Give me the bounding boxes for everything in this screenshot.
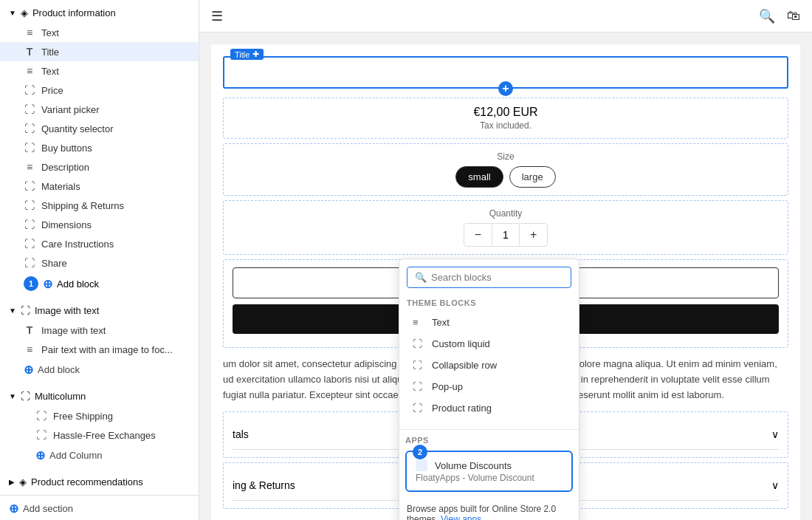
sidebar-item-quantity-selector[interactable]: ⛶ Quantity selector bbox=[0, 119, 199, 138]
tax-text: Tax included. bbox=[233, 120, 779, 131]
chevron-down-icon: ▼ bbox=[9, 307, 16, 315]
section-header-image-with-text[interactable]: ▼ ⛶ Image with text bbox=[0, 301, 199, 321]
quantity-selector-block[interactable]: Quantity − 1 + bbox=[223, 200, 788, 255]
section-product-recommendations: ▶ ◈ Product recommendations bbox=[0, 469, 199, 495]
corners-icon: ⛶ bbox=[24, 180, 35, 192]
add-block-label: Add block bbox=[57, 278, 99, 290]
section-label: Product information bbox=[32, 7, 116, 18]
size-label: Size bbox=[233, 151, 779, 162]
block-option-label: Collapsible row bbox=[432, 360, 497, 371]
sidebar-item-buy-buttons[interactable]: ⛶ Buy buttons bbox=[0, 138, 199, 157]
plus-icon: ⊕ bbox=[43, 277, 52, 291]
corners-icon: ⛶ bbox=[413, 403, 424, 414]
section-header-multicolumn[interactable]: ▼ ⛶ Multicolumn bbox=[0, 386, 199, 406]
app-block-volume-discounts[interactable]: 2 Volume Discounts FloatyApps - Volume D… bbox=[405, 451, 573, 492]
sidebar-item-text2[interactable]: ≡ Text bbox=[0, 61, 199, 81]
item-label: Image with text bbox=[41, 325, 106, 336]
plus-icon: ⊕ bbox=[24, 363, 33, 377]
search-blocks-input[interactable] bbox=[431, 272, 563, 283]
badge-1: 1 bbox=[24, 276, 38, 291]
sidebar-item-title[interactable]: T Title bbox=[0, 42, 199, 61]
section-header-product-information[interactable]: ▼ ◈ Product information bbox=[0, 3, 199, 23]
multicolumn-icon: ⛶ bbox=[21, 391, 30, 402]
sidebar-item-care-instructions[interactable]: ⛶ Care Instructions bbox=[0, 234, 199, 253]
add-below-title-button[interactable]: + bbox=[498, 81, 513, 96]
title-badge: Title ✚ bbox=[230, 49, 264, 60]
block-option-collapsible-row[interactable]: ⛶ Collapsible row bbox=[407, 355, 571, 376]
search-popup-inner: 🔍 THEME BLOCKS ≡ Text ⛶ Custom liquid ⛶ … bbox=[399, 259, 579, 426]
section-multicolumn: ▼ ⛶ Multicolumn ⛶ Free Shipping ⛶ Hassle… bbox=[0, 383, 199, 469]
corners-icon: ⛶ bbox=[24, 257, 35, 269]
item-label: Price bbox=[41, 85, 63, 96]
corners-icon: ⛶ bbox=[24, 219, 35, 230]
text-icon: ≡ bbox=[24, 27, 35, 38]
block-option-text[interactable]: ≡ Text bbox=[407, 312, 571, 333]
cart-icon[interactable]: 🛍 bbox=[787, 8, 800, 24]
title-block[interactable]: Title ✚ + bbox=[223, 56, 788, 89]
price-block[interactable]: €12,00 EUR Tax included. bbox=[223, 98, 788, 139]
view-apps-link[interactable]: View apps bbox=[441, 514, 481, 520]
add-block-button[interactable]: 1 ⊕ Add block bbox=[0, 273, 199, 295]
item-label: Description bbox=[41, 162, 89, 173]
theme-blocks-label: THEME BLOCKS bbox=[407, 295, 571, 312]
sidebar-item-materials[interactable]: ⛶ Materials bbox=[0, 177, 199, 196]
item-label: Quantity selector bbox=[41, 123, 114, 134]
title-badge-label: Title bbox=[235, 50, 250, 59]
sidebar-item-shipping-returns[interactable]: ⛶ Shipping & Returns bbox=[0, 196, 199, 215]
item-label: Hassle-Free Exchanges bbox=[53, 430, 156, 441]
item-label: Text bbox=[41, 66, 59, 77]
size-large-button[interactable]: large bbox=[509, 166, 556, 188]
item-label: Title bbox=[41, 47, 59, 58]
sidebar-item-price[interactable]: ⛶ Price bbox=[0, 81, 199, 100]
add-column-button[interactable]: ⊕ Add Column bbox=[0, 445, 199, 466]
corners-icon: ⛶ bbox=[413, 338, 424, 349]
block-option-custom-liquid[interactable]: ⛶ Custom liquid bbox=[407, 333, 571, 355]
corners-icon: ⛶ bbox=[35, 429, 47, 441]
sidebar: ▼ ◈ Product information ≡ Text T Title ≡… bbox=[0, 0, 199, 520]
title-content bbox=[233, 65, 778, 80]
section-label: Multicolumn bbox=[35, 391, 86, 402]
collapsible-label: ing & Returns bbox=[233, 479, 295, 491]
chevron-down-icon: ∨ bbox=[771, 479, 779, 491]
sidebar-item-description[interactable]: ≡ Description bbox=[0, 157, 199, 177]
title-icon: T bbox=[24, 46, 35, 58]
sidebar-item-share[interactable]: ⛶ Share bbox=[0, 253, 199, 273]
variant-picker-block[interactable]: Size small large bbox=[223, 143, 788, 196]
size-small-button[interactable]: small bbox=[455, 166, 503, 188]
image-icon: ⛶ bbox=[21, 305, 30, 316]
add-block-button-image[interactable]: ⊕ Add block bbox=[0, 359, 199, 380]
sidebar-item-pair-text[interactable]: ≡ Pair text with an image to foc... bbox=[0, 340, 199, 359]
cart-icon: ⛶ bbox=[24, 142, 35, 154]
chevron-right-icon: ▶ bbox=[9, 478, 15, 486]
corners-icon: ⛶ bbox=[24, 199, 35, 211]
sidebar-item-image-with-text-block[interactable]: T Image with text bbox=[0, 321, 199, 340]
sidebar-item-dimensions[interactable]: ⛶ Dimensions bbox=[0, 215, 199, 234]
plus-badge-icon[interactable]: ✚ bbox=[252, 49, 259, 59]
hamburger-icon[interactable]: ☰ bbox=[211, 8, 223, 24]
sidebar-item-text1[interactable]: ≡ Text bbox=[0, 23, 199, 42]
block-option-product-rating[interactable]: ⛶ Product rating bbox=[407, 397, 571, 419]
chevron-down-icon: ▼ bbox=[9, 9, 16, 17]
item-label: Free Shipping bbox=[53, 411, 113, 422]
app-icon bbox=[416, 459, 427, 471]
add-section-button[interactable]: ⊕ Add section bbox=[0, 495, 199, 520]
search-input-wrap: 🔍 bbox=[407, 267, 571, 288]
sidebar-item-hassle-free[interactable]: ⛶ Hassle-Free Exchanges bbox=[0, 425, 199, 445]
block-option-pop-up[interactable]: ⛶ Pop-up bbox=[407, 376, 571, 397]
sidebar-item-variant-picker[interactable]: ⛶ Variant picker bbox=[0, 100, 199, 119]
corners-icon: ⛶ bbox=[413, 360, 424, 371]
corners-icon: ⛶ bbox=[24, 84, 35, 96]
sidebar-item-free-shipping[interactable]: ⛶ Free Shipping bbox=[0, 406, 199, 425]
browse-apps-text: Browse apps built for Online Store 2.0 t… bbox=[399, 498, 579, 520]
section-product-information: ▼ ◈ Product information ≡ Text T Title ≡… bbox=[0, 0, 199, 298]
item-label: Care Instructions bbox=[41, 239, 114, 250]
search-icon[interactable]: 🔍 bbox=[759, 8, 775, 24]
qty-increment-button[interactable]: + bbox=[520, 224, 547, 246]
quantity-label: Quantity bbox=[233, 208, 779, 219]
corners-icon: ⛶ bbox=[24, 238, 35, 250]
section-image-with-text: ▼ ⛶ Image with text T Image with text ≡ … bbox=[0, 298, 199, 383]
section-header-product-recommendations[interactable]: ▶ ◈ Product recommendations bbox=[0, 472, 199, 492]
qty-decrement-button[interactable]: − bbox=[464, 224, 492, 246]
apps-label: APPS bbox=[399, 430, 579, 448]
block-option-label: Custom liquid bbox=[432, 338, 490, 349]
